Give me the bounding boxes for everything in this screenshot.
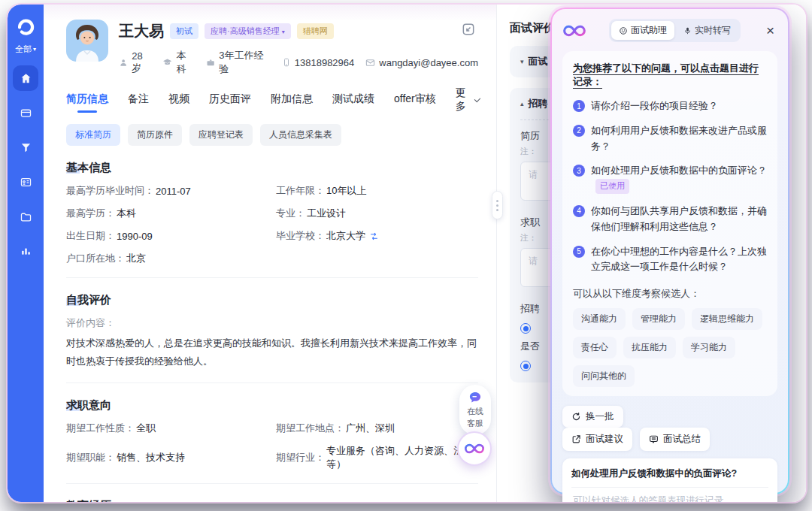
dayee-logo-icon [14, 15, 37, 38]
tab-live-transcribe[interactable]: 实时转写 [676, 21, 738, 40]
answer-note-card: 如何处理用户反馈和数据中的负面评论? [562, 458, 777, 502]
tag-ask-other[interactable]: 问问其他的 [573, 365, 635, 387]
tag-learning[interactable]: 学习能力 [683, 337, 735, 358]
tag-management[interactable]: 管理能力 [632, 308, 685, 330]
radio-selected[interactable] [520, 323, 531, 334]
candidate-info: 王大易 初试 应聘·高级销售经理▾ 猎聘网 28岁 本科 [119, 20, 478, 76]
subtab-original-resume[interactable]: 简历原件 [128, 124, 182, 146]
age-item: 28岁 [119, 50, 151, 75]
refresh-questions-button[interactable]: 换一批 [562, 406, 623, 428]
subtab-standard-resume[interactable]: 标准简历 [66, 124, 120, 146]
tab-more[interactable]: 更多 [456, 86, 478, 113]
source-badge: 猎聘网 [297, 23, 334, 39]
question-item[interactable]: 3 如何处理用户反馈和数据中的负面评论？已使用 [573, 163, 767, 195]
mail-icon [365, 58, 375, 68]
recommended-questions-card: 为您推荐了以下的问题，可以点击题目进行记录： 1 请你介绍一段你的项目经验？ 2… [562, 51, 777, 396]
tab-test-score[interactable]: 测试成绩 [332, 88, 374, 113]
field: 专业：工业设计 [276, 207, 478, 220]
expand-profile-button[interactable] [460, 21, 477, 38]
field: 期望工作地点：广州、深圳 [276, 422, 478, 435]
answer-note-input[interactable] [571, 493, 768, 502]
resume-main: 王大易 初试 应聘·高级销售经理▾ 猎聘网 28岁 本科 [44, 5, 496, 502]
candidate-meta: 28岁 本科 3年工作经验 13818982964 wangdayi@dayee… [119, 49, 478, 76]
tag-stress[interactable]: 抗压能力 [623, 337, 676, 358]
note-divider [571, 487, 768, 488]
folder-icon [20, 210, 32, 223]
resume-tabs: 简历信息 备注 视频 历史面评 附加信息 测试成绩 offer审核 更多 [66, 86, 478, 113]
phone-item: 13818982964 [282, 57, 355, 68]
question-number: 5 [573, 246, 585, 258]
interview-summary-button[interactable]: 面试总结 [640, 428, 710, 451]
interview-suggestion-button[interactable]: 面试建议 [562, 428, 632, 451]
field: 户口所在地：北京 [66, 252, 268, 265]
microphone-icon [683, 26, 692, 35]
note-question-title: 如何处理用户反馈和数据中的负面评论? [571, 467, 768, 480]
candidate-header: 王大易 初试 应聘·高级销售经理▾ 猎聘网 28岁 本科 [66, 20, 478, 76]
assistant-face-icon [619, 26, 628, 35]
chart-icon [20, 245, 32, 258]
tag-communication[interactable]: 沟通能力 [573, 308, 626, 330]
experience-item: 3年工作经验 [206, 49, 271, 76]
assistant-mode-toggle: 面试助理 实时转写 [609, 19, 741, 42]
org-filter-label: 全部 [15, 44, 32, 55]
question-item[interactable]: 1 请你介绍一段你的项目经验？ [573, 98, 767, 114]
subtab-info-collection[interactable]: 人员信息采集表 [260, 124, 341, 146]
field-graduate-school: 毕业学校：北京大学 [276, 229, 478, 243]
used-badge: 已使用 [595, 179, 629, 194]
caret-down-icon: ▾ [282, 29, 285, 35]
tab-video[interactable]: 视频 [168, 88, 189, 113]
compare-icon[interactable] [369, 231, 379, 241]
sidebar-item-interview[interactable] [13, 169, 38, 195]
tab-resume-info[interactable]: 简历信息 [66, 88, 108, 113]
sidebar-item-statistics[interactable] [13, 238, 38, 264]
service-chat-icon [468, 390, 483, 405]
tab-interview-assistant[interactable]: 面试助理 [611, 21, 674, 40]
tab-extra-info[interactable]: 附加信息 [271, 88, 313, 113]
subtab-application-form[interactable]: 应聘登记表 [189, 124, 253, 146]
basic-info-grid: 最高学历毕业时间：2011-07 工作年限：10年以上 最高学历：本科 专业：工… [66, 184, 478, 265]
sidebar-item-resume-library[interactable] [13, 100, 38, 125]
chevron-down-icon [474, 95, 480, 102]
dimension-tags: 沟通能力 管理能力 逻辑思维能力 责任心 抗压能力 学习能力 问问其他的 [573, 308, 767, 387]
field: 期望职能：销售、技术支持 [66, 444, 268, 471]
section-title-education: 教育经历 [66, 499, 111, 502]
sidebar-item-archive[interactable] [13, 204, 38, 229]
position-dropdown[interactable]: 应聘·高级销售经理▾ [205, 23, 291, 39]
question-number: 2 [573, 125, 585, 137]
tab-offer-review[interactable]: offer审核 [394, 88, 436, 113]
self-eval-label: 评价内容： [66, 316, 478, 330]
funnel-icon [20, 141, 32, 154]
field: 期望行业：专业服务（咨询、人力资源、法律等） [276, 444, 478, 471]
tab-history-review[interactable]: 历史面评 [209, 88, 251, 113]
close-icon[interactable]: × [763, 22, 777, 39]
online-service-button[interactable]: 在线 客服 [459, 385, 491, 435]
panel-drag-handle[interactable] [492, 191, 503, 219]
stage-badge: 初试 [170, 23, 198, 39]
tab-notes[interactable]: 备注 [128, 88, 149, 113]
ai-assistant-fab[interactable] [457, 431, 492, 466]
person-icon [119, 58, 128, 68]
briefcase-icon [206, 58, 215, 68]
question-number: 4 [573, 205, 585, 217]
ai-assistant-panel: 面试助理 实时转写 × 为您推荐了以下的问题，可以点击题目进行记录： 1 请你介… [550, 8, 789, 494]
assistant-actions: 面试建议 面试总结 [562, 428, 777, 451]
caret-down-icon: ▾ [520, 58, 524, 65]
question-item[interactable]: 4 你如何与团队共享用户反馈和数据，并确保他们理解和利用这些信息？ [573, 204, 767, 235]
field: 工作年限：10年以上 [276, 184, 478, 198]
question-item[interactable]: 5 在你心中理想的工作内容是什么？上次独立完成这一项工作是什么时候？ [573, 244, 767, 276]
suggestion-export-icon [571, 434, 581, 444]
question-number: 3 [573, 165, 585, 177]
question-item[interactable]: 2 如何利用用户反馈和数据来改进产品或服务？ [573, 123, 767, 155]
section-title-intention: 求职意向 [66, 398, 111, 413]
org-filter-dropdown[interactable]: 全部 ▾ [15, 44, 36, 55]
tag-logic[interactable]: 逻辑思维能力 [692, 308, 762, 330]
ai-infinity-icon [464, 443, 485, 455]
self-eval-content: 对技术深感热爱的人，总是在追求更高的技能和知识。我擅长利用新兴技术来提高工作效率… [66, 334, 478, 370]
sidebar-item-talent-filter[interactable] [13, 135, 38, 160]
sidebar-item-home[interactable] [13, 65, 38, 91]
radio-selected[interactable] [520, 361, 531, 371]
caret-down-icon: ▾ [33, 46, 36, 53]
tag-responsibility[interactable]: 责任心 [573, 337, 617, 358]
position-label: 应聘·高级销售经理 [211, 26, 280, 35]
sidebar-nav [13, 65, 38, 264]
